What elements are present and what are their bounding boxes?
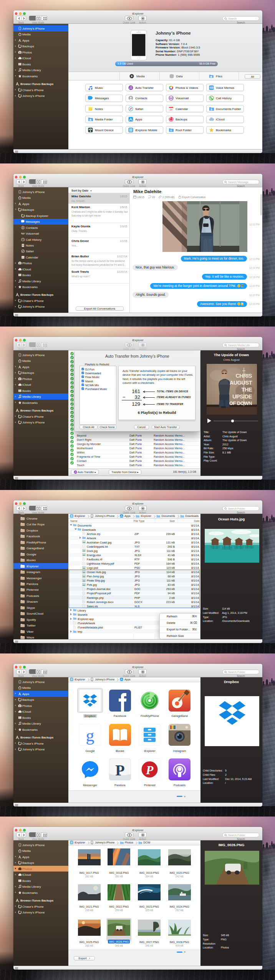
svg-text:P: P: [146, 763, 154, 777]
svg-text:THE: THE: [241, 387, 252, 393]
svg-text:P: P: [115, 762, 124, 779]
svg-text:AUGUST: AUGUST: [230, 380, 252, 386]
svg-text:g: g: [86, 726, 94, 745]
svg-text:UPSIDE: UPSIDE: [232, 393, 252, 400]
svg-text:OF DOWN: OF DOWN: [229, 400, 252, 406]
svg-text:24: 24: [170, 108, 172, 110]
